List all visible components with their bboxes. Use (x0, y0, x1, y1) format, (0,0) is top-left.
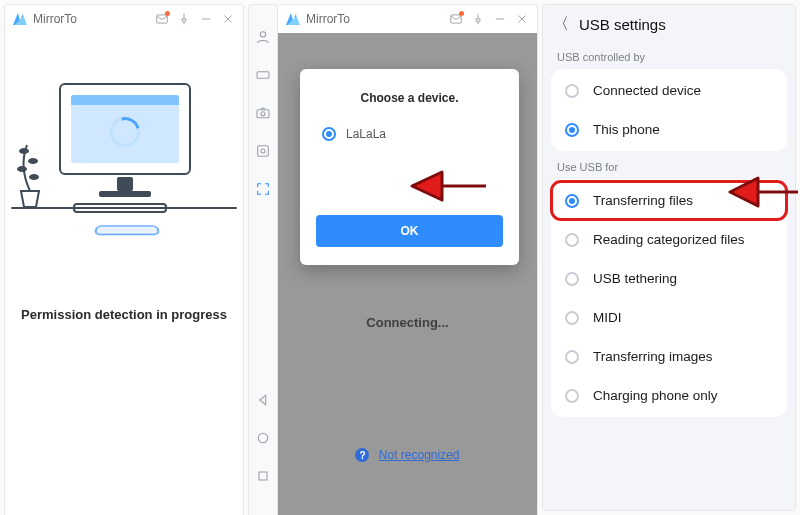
plant-icon (15, 131, 45, 203)
connecting-label: Connecting... (278, 315, 537, 330)
svg-rect-11 (257, 110, 269, 118)
usb-option[interactable]: This phone (551, 110, 787, 149)
svg-point-15 (258, 433, 267, 442)
app-name: MirrorTo (33, 12, 77, 26)
close-icon[interactable] (513, 10, 531, 28)
radio-selected-icon (322, 127, 336, 141)
monitor-icon (59, 83, 191, 175)
minimize-icon[interactable] (491, 10, 509, 28)
back-icon[interactable]: 〈 (553, 14, 569, 35)
radio-unselected-icon (565, 350, 579, 364)
svg-point-14 (261, 149, 265, 153)
option-label: This phone (593, 122, 660, 137)
permission-illustration (5, 63, 243, 273)
pin-icon[interactable] (469, 10, 487, 28)
not-recognized-link[interactable]: ? Not recognized (278, 448, 537, 463)
usb-option[interactable]: Charging phone only (551, 376, 787, 415)
radio-unselected-icon (565, 84, 579, 98)
svg-rect-0 (157, 15, 168, 23)
usb-settings-panel: 〈 USB settings USB controlled by Connect… (542, 4, 796, 511)
radio-unselected-icon (565, 233, 579, 247)
svg-rect-13 (258, 146, 269, 157)
option-label: Transferring images (593, 349, 713, 364)
radio-unselected-icon (565, 389, 579, 403)
svg-point-6 (17, 166, 27, 172)
dialog-title: Choose a device. (316, 91, 503, 105)
option-label: Reading categorized files (593, 232, 745, 247)
radio-unselected-icon (565, 311, 579, 325)
close-icon[interactable] (219, 10, 237, 28)
app-logo-icon (286, 13, 300, 25)
mirrorto-permission-panel: MirrorTo (4, 4, 244, 515)
usb-option[interactable]: Connected device (551, 71, 787, 110)
usb-option[interactable]: Transferring files (551, 181, 787, 220)
mirrorto-connecting-panel: MirrorTo Connecting... ? (248, 4, 538, 515)
option-label: MIDI (593, 310, 622, 325)
titlebar: MirrorTo (278, 5, 537, 33)
use-usb-for-card: Transferring filesReading categorized fi… (551, 179, 787, 417)
usb-option[interactable]: MIDI (551, 298, 787, 337)
page-title: USB settings (579, 16, 666, 33)
settings-header: 〈 USB settings (551, 7, 787, 41)
device-name: LaLaLa (346, 127, 386, 141)
camera-icon[interactable] (253, 103, 273, 123)
profile-icon[interactable] (253, 27, 273, 47)
recent-square-icon[interactable] (253, 466, 273, 486)
section-label: USB controlled by (557, 51, 781, 63)
option-label: USB tethering (593, 271, 677, 286)
svg-point-4 (19, 148, 29, 154)
fullscreen-icon[interactable] (253, 179, 273, 199)
usb-option[interactable]: USB tethering (551, 259, 787, 298)
option-label: Connected device (593, 83, 701, 98)
screenshot-icon[interactable] (253, 141, 273, 161)
status-message: Permission detection in progress (5, 307, 243, 322)
app-logo-icon (13, 13, 27, 25)
svg-point-5 (28, 158, 38, 164)
section-label: Use USB for (557, 161, 781, 173)
titlebar: MirrorTo (5, 5, 243, 33)
home-circle-icon[interactable] (253, 428, 273, 448)
mail-icon[interactable] (447, 10, 465, 28)
pin-icon[interactable] (175, 10, 193, 28)
usb-option[interactable]: Transferring images (551, 337, 787, 376)
choose-device-dialog: Choose a device. LaLaLa OK (300, 69, 519, 265)
tablet-icon (94, 225, 161, 235)
option-label: Transferring files (593, 193, 693, 208)
radio-unselected-icon (565, 272, 579, 286)
sidebar (248, 4, 278, 515)
radio-selected-icon (565, 123, 579, 137)
mail-icon[interactable] (153, 10, 171, 28)
svg-rect-9 (257, 72, 269, 79)
minimize-icon[interactable] (197, 10, 215, 28)
help-icon: ? (355, 448, 369, 462)
option-label: Charging phone only (593, 388, 718, 403)
svg-point-12 (261, 112, 265, 116)
radio-selected-icon (565, 194, 579, 208)
usb-controlled-by-card: Connected deviceThis phone (551, 69, 787, 151)
svg-point-8 (260, 32, 265, 37)
back-triangle-icon[interactable] (253, 390, 273, 410)
svg-rect-17 (451, 15, 462, 23)
app-name: MirrorTo (306, 12, 350, 26)
svg-rect-16 (259, 472, 267, 480)
device-option[interactable]: LaLaLa (316, 123, 503, 145)
usb-option[interactable]: Reading categorized files (551, 220, 787, 259)
ok-button[interactable]: OK (316, 215, 503, 247)
svg-point-7 (29, 174, 39, 180)
keyboard-icon[interactable] (253, 65, 273, 85)
